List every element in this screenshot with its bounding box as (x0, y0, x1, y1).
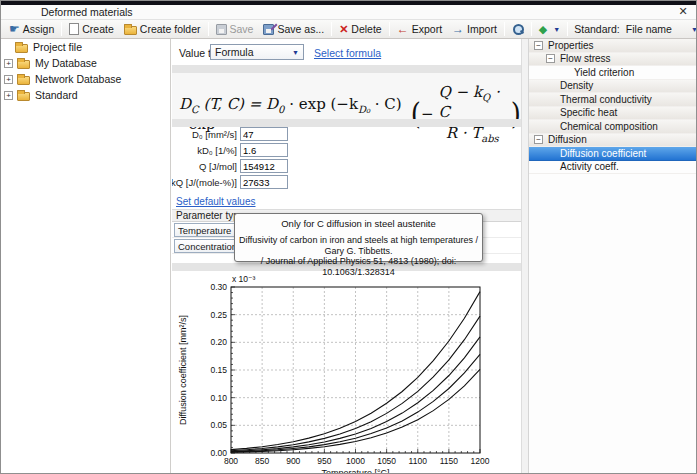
deformed-materials-window: Deformed materials ✕ ☛ Assign Create Cre… (0, 0, 697, 474)
import-button[interactable]: → Import (447, 21, 502, 38)
tree-item-label: Standard (35, 89, 78, 101)
folder-icon (17, 60, 30, 69)
save-button: Save (211, 21, 259, 38)
toolbar-separator (504, 22, 505, 36)
standard-label: Standard: (574, 23, 620, 35)
tree-item-flow-stress[interactable]: − Flow stress (529, 53, 697, 67)
delete-icon: ✕ (339, 24, 348, 35)
tree-item-yield-criterion[interactable]: Yield criterion (529, 66, 697, 80)
tree-item-diffusion-coefficient[interactable]: Diffusion coefficient (529, 147, 697, 161)
assign-icon: ☛ (9, 24, 20, 34)
field-row-kq: kQ [J/(mole-%)] (172, 175, 521, 191)
svg-text:Temperature [°C]: Temperature [°C] (321, 468, 389, 474)
toolbar-separator (567, 22, 568, 36)
kd0-label: kD₀ [1/%] (197, 145, 237, 156)
svg-text:1150: 1150 (440, 456, 459, 466)
tree-item-standard[interactable]: + Standard (1, 87, 170, 103)
set-default-values-link[interactable]: Set default values (176, 196, 256, 207)
expand-icon[interactable]: + (4, 75, 13, 84)
tree-item-label: Diffusion (548, 134, 587, 145)
collapse-icon[interactable]: − (546, 54, 555, 63)
svg-text:1000: 1000 (346, 456, 365, 466)
save-label: Save (230, 23, 254, 35)
q-input[interactable] (240, 159, 288, 173)
svg-text:0.10: 0.10 (210, 393, 227, 403)
tooltip-citation-line2: / Journal of Applied Physics 51, 4813 (1… (235, 256, 482, 277)
value-type-value: Formula (215, 46, 254, 58)
create-folder-label: Create folder (140, 23, 201, 35)
svg-text:950: 950 (317, 456, 331, 466)
material-editor-panel: Value type Formula ▼ Select formula DC (… (172, 39, 521, 474)
assign-button[interactable]: ☛ Assign (4, 21, 59, 38)
new-page-icon (69, 23, 79, 35)
export-icon: ← (397, 24, 409, 34)
tree-item-label: Specific heat (560, 107, 617, 118)
database-tree-panel: Project file + My Database + Network Dat… (1, 39, 171, 474)
magnifier-icon (512, 23, 524, 35)
tree-item-activity-coeff[interactable]: Activity coeff. (529, 161, 697, 175)
standard-dropdown[interactable]: File name (626, 23, 688, 35)
field-row-kd0: kD₀ [1/%] (172, 143, 521, 159)
expand-icon[interactable]: + (4, 91, 13, 100)
preview-button[interactable] (507, 21, 529, 38)
tree-item-project-file[interactable]: Project file (1, 39, 170, 55)
collapse-icon[interactable]: − (534, 41, 543, 50)
divider (172, 119, 521, 127)
tree-item-diffusion[interactable]: − Diffusion (529, 134, 697, 148)
create-button[interactable]: Create (64, 21, 119, 38)
formula-info-tooltip: Only for C diffusion in steel austenite … (234, 213, 483, 262)
delete-button[interactable]: ✕ Delete (334, 21, 387, 38)
tree-item-label: Flow stress (560, 53, 611, 64)
panel-splitter[interactable] (521, 39, 529, 474)
chevron-down-icon: ▼ (553, 26, 560, 33)
gem-icon: ◆ (539, 24, 547, 35)
tree-item-label: Activity coeff. (560, 161, 619, 172)
chart-area: 800850900950100010501100115012000.000.05… (172, 271, 521, 474)
svg-text:1200: 1200 (471, 456, 490, 466)
tree-item-label: Network Database (35, 73, 121, 85)
folder-icon (15, 44, 28, 53)
export-label: Export (412, 23, 442, 35)
toolbar-separator (389, 22, 390, 36)
collapse-icon[interactable]: − (534, 135, 543, 144)
gem-dropdown-button[interactable]: ◆ ▼ (534, 21, 565, 38)
export-button[interactable]: ← Export (392, 21, 447, 38)
save-icon (216, 24, 227, 35)
expand-icon[interactable]: + (4, 59, 13, 68)
tree-item-my-database[interactable]: + My Database (1, 55, 170, 71)
svg-text:0.30: 0.30 (210, 282, 227, 292)
tree-item-chemical-composition[interactable]: Chemical composition (529, 120, 697, 134)
svg-text:1050: 1050 (377, 456, 396, 466)
tree-item-label: Properties (548, 40, 594, 51)
create-label: Create (82, 23, 114, 35)
close-icon[interactable]: ✕ (676, 5, 690, 18)
kd0-input[interactable] (240, 143, 288, 157)
field-row-d0: D₀ [mm²/s] (172, 127, 521, 143)
tree-item-label: Thermal conductivity (560, 94, 652, 105)
chevron-down-icon: ▼ (292, 49, 299, 56)
tree-item-density[interactable]: Density (529, 80, 697, 94)
tree-item-network-database[interactable]: + Network Database (1, 71, 170, 87)
d0-input[interactable] (240, 127, 288, 141)
chevron-down-icon: ▼ (691, 26, 697, 33)
kq-input[interactable] (240, 175, 288, 189)
tree-item-thermal-conductivity[interactable]: Thermal conductivity (529, 93, 697, 107)
svg-text:900: 900 (286, 456, 300, 466)
toolbar-separator (531, 22, 532, 36)
value-type-row: Value type Formula ▼ Select formula (172, 39, 521, 65)
tree-item-label: Diffusion coefficient (560, 148, 646, 159)
tree-item-specific-heat[interactable]: Specific heat (529, 107, 697, 121)
value-type-dropdown[interactable]: Formula ▼ (210, 44, 304, 60)
create-folder-button[interactable]: Create folder (119, 21, 206, 38)
select-formula-link[interactable]: Select formula (314, 47, 381, 59)
assign-label: Assign (23, 23, 55, 35)
tree-item-label: Project file (33, 41, 82, 53)
delete-label: Delete (351, 23, 381, 35)
tree-item-label: Chemical composition (560, 121, 658, 132)
svg-text:0.15: 0.15 (210, 365, 227, 375)
import-icon: → (452, 24, 464, 34)
save-as-button[interactable]: Save as... (258, 21, 329, 38)
q-label: Q [J/mol] (199, 161, 237, 172)
tree-item-properties[interactable]: − Properties (529, 39, 697, 53)
window-title: Deformed materials (41, 6, 133, 18)
